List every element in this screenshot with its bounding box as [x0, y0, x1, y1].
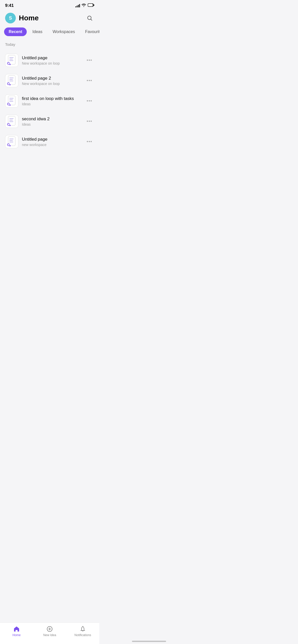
status-time: 9:41 [5, 3, 14, 8]
svg-rect-19 [9, 120, 13, 121]
tab-workspaces[interactable]: Workspaces [48, 27, 80, 36]
content-area: Today Untitled [0, 40, 99, 154]
item-title-1: Untitled page [22, 55, 85, 61]
signal-icon [75, 4, 80, 7]
item-title-5: Untitled page [22, 137, 85, 142]
svg-rect-6 [9, 57, 13, 58]
svg-rect-8 [9, 60, 13, 61]
svg-rect-18 [9, 118, 13, 119]
svg-rect-24 [9, 142, 13, 142]
item-subtitle-1: New workspace on loop [22, 61, 85, 65]
filter-tabs: Recent Ideas Workspaces Favourites [0, 27, 99, 40]
svg-rect-20 [9, 121, 13, 122]
battery-icon [88, 3, 94, 8]
item-icon-5 [5, 135, 18, 148]
svg-rect-23 [9, 140, 13, 141]
item-icon-4 [5, 115, 18, 128]
svg-rect-16 [9, 101, 13, 102]
tab-ideas[interactable]: Ideas [28, 27, 47, 36]
item-subtitle-4: Ideas [22, 122, 85, 126]
status-bar: 9:41 [0, 0, 99, 10]
item-text-5: Untitled page new workspace [22, 137, 85, 147]
avatar[interactable]: S [5, 13, 16, 23]
item-subtitle-3: Ideas [22, 102, 85, 106]
item-subtitle-5: new workspace [22, 143, 85, 147]
item-title-2: Untitled page 2 [22, 76, 85, 81]
svg-rect-1 [93, 4, 94, 6]
item-more-button-2[interactable]: ••• [85, 76, 94, 85]
item-text-1: Untitled page New workspace on loop [22, 55, 85, 65]
item-more-button-1[interactable]: ••• [85, 56, 94, 65]
section-label-today: Today [5, 42, 94, 47]
header-left: S Home [5, 13, 39, 23]
svg-line-4 [91, 19, 92, 21]
item-text-2: Untitled page 2 New workspace on loop [22, 76, 85, 86]
item-more-button-5[interactable]: ••• [85, 137, 94, 147]
item-more-button-3[interactable]: ••• [85, 96, 94, 106]
svg-rect-2 [88, 4, 93, 6]
item-title-3: first idea on loop with tasks [22, 96, 85, 101]
list-item[interactable]: Untitled page 2 New workspace on loop ••… [5, 70, 94, 91]
list-item[interactable]: second idwa 2 Ideas ••• [5, 111, 94, 131]
tab-recent[interactable]: Recent [4, 27, 27, 36]
item-subtitle-2: New workspace on loop [22, 82, 85, 86]
item-title-4: second idwa 2 [22, 116, 85, 122]
search-button[interactable] [85, 13, 94, 23]
svg-rect-7 [9, 59, 13, 60]
tab-favourites[interactable]: Favourites [80, 27, 99, 36]
wifi-icon [82, 3, 86, 8]
status-icons [75, 3, 94, 8]
svg-rect-12 [9, 81, 13, 81]
list-item[interactable]: Untitled page New workspace on loop ••• [5, 50, 94, 70]
svg-rect-14 [9, 98, 13, 99]
list-item[interactable]: Untitled page new workspace ••• [5, 131, 94, 152]
svg-rect-10 [9, 78, 13, 78]
list-item[interactable]: first idea on loop with tasks Ideas ••• [5, 91, 94, 111]
header: S Home [0, 10, 99, 27]
item-icon-2 [5, 74, 18, 87]
item-icon-3 [5, 94, 18, 108]
svg-rect-11 [9, 79, 13, 80]
svg-rect-15 [9, 99, 13, 100]
item-text-4: second idwa 2 Ideas [22, 116, 85, 126]
page-title: Home [19, 14, 39, 22]
svg-rect-22 [9, 139, 13, 139]
item-text-3: first idea on loop with tasks Ideas [22, 96, 85, 106]
item-icon-1 [5, 54, 18, 67]
item-more-button-4[interactable]: ••• [85, 117, 94, 126]
